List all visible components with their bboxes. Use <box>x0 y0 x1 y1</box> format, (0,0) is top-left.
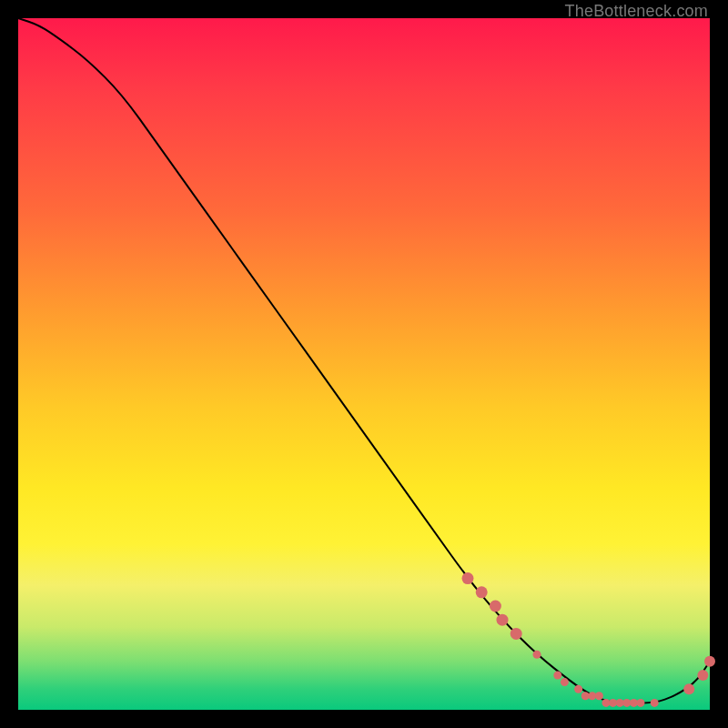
highlight-dots <box>462 572 716 707</box>
highlight-dot <box>511 628 522 640</box>
highlight-dot <box>561 678 569 686</box>
chart-frame: TheBottleneck.com <box>0 0 728 728</box>
plot-area <box>18 18 710 710</box>
highlight-dot <box>533 651 541 659</box>
highlight-dot <box>697 670 708 681</box>
highlight-dot <box>490 601 501 612</box>
chart-svg <box>18 18 710 710</box>
highlight-dot <box>497 614 509 626</box>
highlight-dot <box>683 683 694 694</box>
bottleneck-curve <box>18 18 710 703</box>
highlight-dot <box>595 692 603 700</box>
highlight-dot <box>462 572 474 584</box>
highlight-dot <box>704 656 715 667</box>
highlight-dot <box>553 672 561 680</box>
highlight-dot <box>637 699 645 707</box>
highlight-dot <box>476 586 488 598</box>
highlight-dot <box>574 685 582 693</box>
highlight-dot <box>651 699 659 707</box>
